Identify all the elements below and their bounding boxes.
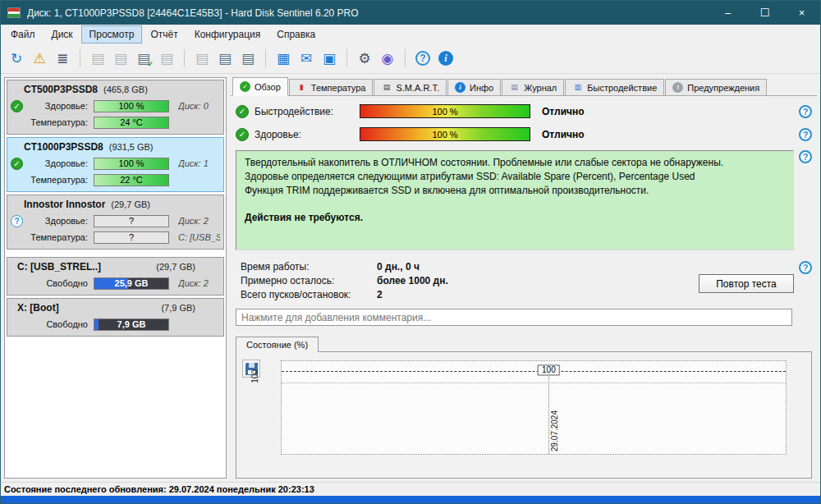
menu-view[interactable]: Просмотр — [81, 25, 143, 44]
window-title: Диск: 1, CT1000P3PSSD8 [24464C1E45B3] - … — [27, 7, 709, 19]
flag-stripe-green — [8, 14, 20, 17]
tab-label: S.M.A.R.T. — [396, 83, 439, 93]
close-button[interactable]: × — [783, 1, 820, 25]
info-circle-icon: i — [455, 82, 466, 93]
health-ok-icon: ✓ — [11, 100, 23, 112]
health-value: 100 % — [118, 101, 144, 111]
help-icon[interactable]: ? — [799, 105, 812, 118]
save-icon-shutter — [249, 363, 255, 368]
icon-spacer — [11, 174, 23, 186]
menu-configuration[interactable]: Конфигурация — [186, 25, 269, 44]
tab-label: Обзор — [255, 82, 281, 92]
free-space-label: Свободно — [25, 319, 88, 329]
icon-spacer — [11, 117, 23, 129]
warning-glyph: ⚠ — [33, 52, 45, 66]
menu-file[interactable]: Файл — [2, 25, 44, 44]
tab-temperature[interactable]: ▮Температура — [289, 79, 374, 95]
stat-start-stop-count: Всего пусков/остановок: 2 — [241, 289, 699, 300]
disk-card-innostor[interactable]: Innostor Innostor (29,7 GB) ? Здоровье: … — [7, 195, 224, 250]
remote-monitor-icon[interactable]: ▣ — [319, 48, 340, 69]
report-notes-icon[interactable]: ▦ — [273, 48, 294, 69]
stats-row: Время работы: 0 дн., 0 ч Примерно остало… — [236, 261, 812, 300]
tab-overview[interactable]: ✓Обзор — [232, 77, 288, 96]
check-icon: ✓ — [236, 105, 249, 118]
stat-label: Всего пусков/остановок: — [241, 289, 377, 300]
disk-remove-icon: ▤ — [156, 48, 177, 69]
chart-100-line — [282, 371, 786, 372]
chart-tab-label: Состояние (%) — [246, 340, 308, 350]
retest-button[interactable]: Повтор теста — [699, 274, 794, 293]
temperature-value: 22 °C — [120, 175, 143, 185]
report-notes-glyph: ▦ — [277, 52, 290, 66]
settings-gear-icon[interactable]: ⚙ — [354, 48, 375, 69]
maximize-button[interactable]: ☐ — [746, 1, 783, 25]
help-icon[interactable]: ? — [799, 261, 812, 274]
stat-value: 2 — [377, 289, 383, 300]
health-value-bar: 100 % — [94, 158, 169, 170]
tab-log[interactable]: ▤Журнал — [502, 79, 564, 95]
temperature-row: Температура: 22 °C — [11, 172, 220, 188]
chart-tab-status[interactable]: Состояние (%) — [236, 337, 319, 352]
disk-card-ct500[interactable]: CT500P3PSSD8 (465,8 GB) ✓ Здоровье: 100 … — [7, 80, 224, 135]
toolbar-separator — [80, 49, 80, 67]
temperature-value-bar: ? — [94, 231, 169, 244]
help-glyph: ? — [415, 51, 430, 66]
disk-name: CT500P3PSSD8 — [24, 84, 98, 95]
toolbar-separator — [184, 49, 185, 67]
overview-body: ✓ Быстродействие: 100 % Отлично ? ✓ Здор… — [231, 96, 817, 479]
chart-plot-area: 100 29.07.2024 — [281, 360, 787, 455]
icon-spacer — [11, 231, 23, 244]
disk-remove-glyph: ▤ — [160, 52, 173, 66]
performance-percent: 100 % — [432, 107, 457, 117]
disk-standby-glyph: ▤ — [195, 52, 209, 66]
stat-value: более 1000 дн. — [377, 275, 448, 286]
disk-drive-icon[interactable]: ▤ — [237, 48, 259, 69]
disk-tools-icon[interactable]: ▤ — [214, 48, 236, 69]
sound-alert-icon[interactable]: ◉ — [377, 48, 398, 69]
temperature-row: Температура: 24 °C — [11, 114, 220, 131]
health-row: ✓ Здоровье: 100 % Диск: 1 — [11, 155, 220, 172]
temperature-row: Температура: ? C: [USB_STRE — [11, 229, 220, 245]
disk-card-header: CT500P3PSSD8 (465,8 GB) — [11, 82, 220, 98]
tab-label: Предупреждения — [687, 83, 759, 93]
partition-name: X: [Boot] — [17, 302, 59, 314]
menu-help[interactable]: Справка — [268, 25, 323, 44]
tab-smart[interactable]: ▤S.M.A.R.T. — [374, 79, 447, 95]
warning-help-icon[interactable]: ⚠ — [29, 48, 50, 69]
content-area: ✓Обзор ▮Температура ▤S.M.A.R.T. iИнфо ▤Ж… — [231, 77, 817, 479]
menu-report[interactable]: Отчёт — [142, 25, 186, 44]
status-action: Действия не требуются. — [245, 211, 785, 225]
help-icon[interactable]: ? — [799, 150, 812, 163]
disk-card-ct1000-selected[interactable]: CT1000P3PSSD8 (931,5 GB) ✓ Здоровье: 100… — [7, 137, 224, 192]
disk-accept-icon[interactable]: ▤✓ — [133, 48, 154, 69]
help-icon[interactable]: ? — [412, 48, 433, 69]
journal-icon: ▤ — [509, 82, 520, 93]
toolbar-separator — [405, 49, 406, 67]
send-mail-icon[interactable]: ✉ — [296, 48, 317, 69]
free-space-row: Свободно 7,9 GB — [11, 316, 220, 332]
help-icon[interactable]: ? — [799, 128, 812, 141]
minimize-button[interactable]: – — [709, 1, 746, 25]
partition-card-c[interactable]: C: [USB_STREL..] (29,7 GB) Свободно 25,9… — [7, 257, 224, 296]
health-value: ? — [129, 216, 134, 226]
tab-performance[interactable]: ▥Быстродействие — [565, 79, 664, 95]
disk-card-header: Innostor Innostor (29,7 GB) — [11, 197, 220, 213]
menu-disk[interactable]: Диск — [44, 25, 81, 44]
refresh-icon[interactable]: ↻ — [6, 48, 27, 69]
partition-card-x[interactable]: X: [Boot] (7,9 GB) Свободно 7,9 GB — [7, 298, 224, 337]
disk-schedule-glyph: ▤ — [114, 52, 127, 66]
tab-info[interactable]: iИнфо — [447, 79, 501, 95]
test-menu-icon[interactable]: ≣ — [52, 48, 73, 69]
comment-input[interactable] — [236, 309, 792, 326]
menu-bar: Файл Диск Просмотр Отчёт Конфигурация Сп… — [1, 25, 820, 44]
status-text-row: Твердотельный накопитель в ОТЛИЧНОМ сост… — [236, 150, 812, 250]
performance-bar: 100 % — [360, 104, 530, 118]
free-space-value: 25,9 GB — [115, 278, 149, 288]
health-meter-row: ✓ Здоровье: 100 % Отлично ? — [236, 127, 812, 141]
temperature-label: Температура: — [25, 232, 88, 242]
temperature-value-bar: 24 °C — [94, 117, 169, 129]
tab-alerts[interactable]: !Предупреждения — [665, 79, 767, 95]
info-icon[interactable]: i — [435, 48, 456, 69]
alerts-icon: ! — [672, 82, 683, 93]
disk-name: CT1000P3PSSD8 — [24, 141, 103, 153]
